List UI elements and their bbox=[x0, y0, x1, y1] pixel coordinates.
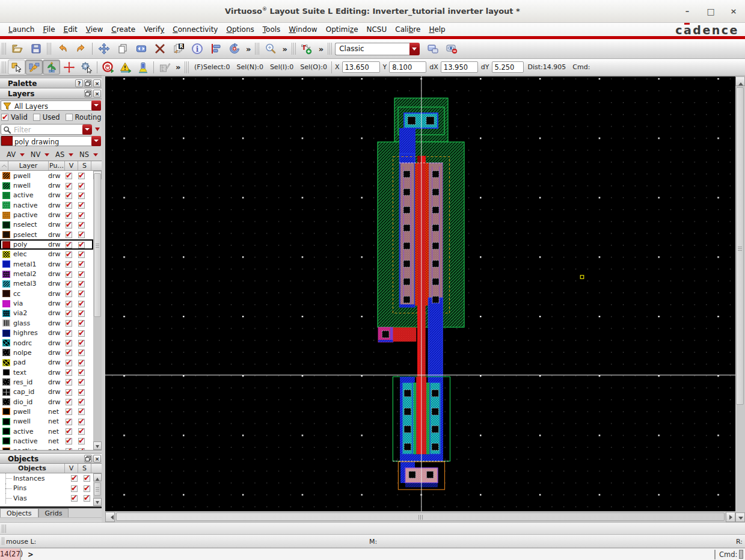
shape-drain-metal1-band[interactable] bbox=[428, 298, 443, 383]
layers-float-button[interactable] bbox=[84, 90, 92, 97]
contact-cut[interactable] bbox=[432, 260, 439, 267]
layer-row-cc-drw[interactable]: ccdrw bbox=[0, 289, 93, 298]
shape-nmos-m1-top-left[interactable] bbox=[400, 377, 415, 383]
layers-scroll-down[interactable] bbox=[93, 442, 102, 450]
info-button[interactable] bbox=[188, 41, 206, 57]
layer-selectable-checkbox[interactable] bbox=[78, 301, 85, 307]
layer-row-metal2-drw[interactable]: metal2drw bbox=[0, 269, 93, 278]
undo-button[interactable] bbox=[53, 41, 72, 57]
contact-cut[interactable] bbox=[403, 189, 410, 195]
layer-visible-checkbox[interactable] bbox=[66, 202, 72, 209]
layer-visible-checkbox[interactable] bbox=[66, 428, 72, 435]
rotate-button[interactable] bbox=[225, 41, 244, 57]
col-objects[interactable]: Objects bbox=[0, 464, 65, 473]
layer-selectable-checkbox[interactable] bbox=[78, 183, 85, 189]
canvas-hscroll-thumb[interactable] bbox=[116, 512, 725, 521]
redo-button[interactable] bbox=[72, 41, 90, 57]
window-maximize-button[interactable]: □ bbox=[704, 5, 717, 18]
layer-row-text-drw[interactable]: textdrw bbox=[0, 368, 93, 377]
layer-row-pwell-net[interactable]: pwellnet bbox=[0, 407, 93, 416]
filter-extra-dropdown[interactable] bbox=[95, 128, 100, 134]
quick-button-av[interactable]: AV bbox=[7, 150, 16, 159]
menu-window[interactable]: Window bbox=[284, 25, 321, 34]
layer-visible-checkbox[interactable] bbox=[66, 330, 72, 337]
layers-close-button[interactable]: × bbox=[93, 90, 101, 97]
objects-float-button[interactable] bbox=[84, 455, 92, 463]
layer-selectable-checkbox[interactable] bbox=[78, 349, 85, 356]
layer-row-elec-drw[interactable]: elecdrw bbox=[0, 250, 93, 259]
layer-row-nodrc-drw[interactable]: nodrcdrw bbox=[0, 338, 93, 348]
shape-nmos-gate-bright[interactable] bbox=[418, 377, 422, 454]
layer-selectable-checkbox[interactable] bbox=[78, 369, 85, 376]
object-row-instances[interactable]: Instances bbox=[0, 473, 102, 484]
copy-button[interactable] bbox=[113, 41, 132, 57]
objects-close-button[interactable]: × bbox=[93, 455, 101, 463]
open-button[interactable] bbox=[8, 41, 26, 57]
layer-selectable-checkbox[interactable] bbox=[78, 271, 85, 278]
layer-selectable-checkbox[interactable] bbox=[78, 173, 85, 179]
dialogs-button[interactable] bbox=[423, 41, 442, 57]
layer-row-nolpe-drw[interactable]: nolpedrw bbox=[0, 348, 93, 357]
layer-visible-checkbox[interactable] bbox=[66, 320, 72, 327]
layer-selectable-checkbox[interactable] bbox=[78, 320, 85, 327]
menu-help[interactable]: Help bbox=[425, 25, 449, 34]
col-v[interactable]: V bbox=[65, 161, 78, 170]
layout-canvas[interactable] bbox=[105, 76, 735, 511]
checkbox-routing[interactable] bbox=[66, 114, 73, 121]
canvas-vscrollbar[interactable] bbox=[735, 76, 745, 522]
hide-eye-button[interactable] bbox=[442, 41, 461, 57]
contact-cut[interactable] bbox=[432, 443, 439, 451]
move-button[interactable] bbox=[94, 41, 113, 57]
layer-visible-checkbox[interactable] bbox=[66, 232, 72, 238]
layer-selectable-checkbox[interactable] bbox=[78, 251, 85, 258]
layer-row-pactive-net[interactable]: pactivenet bbox=[0, 446, 93, 450]
canvas-vscroll-thumb[interactable] bbox=[736, 87, 744, 405]
shape-nmos-strip-left[interactable] bbox=[414, 383, 417, 454]
menu-verify[interactable]: Verify bbox=[139, 25, 168, 34]
coord-input-y[interactable] bbox=[389, 61, 426, 73]
layer-visible-checkbox[interactable] bbox=[66, 242, 72, 248]
layer-row-active-net[interactable]: activenet bbox=[0, 426, 93, 436]
layers-scroll-thumb[interactable] bbox=[94, 173, 101, 317]
object-visible-checkbox[interactable] bbox=[71, 485, 78, 492]
layer-visible-checkbox[interactable] bbox=[66, 349, 72, 356]
command-prompt[interactable]: > bbox=[28, 550, 34, 559]
select-mode-button[interactable] bbox=[8, 60, 25, 75]
contact-cut[interactable] bbox=[403, 278, 410, 285]
contact-cut[interactable] bbox=[404, 390, 411, 397]
checkbox-used[interactable] bbox=[33, 114, 40, 121]
layer-row-pactive-drw[interactable]: pactivedrw bbox=[0, 210, 93, 220]
zoom-in-button[interactable] bbox=[261, 41, 280, 57]
layer-selectable-checkbox[interactable] bbox=[78, 330, 85, 337]
layer-selectable-checkbox[interactable] bbox=[78, 242, 85, 248]
layer-visible-checkbox[interactable] bbox=[66, 419, 72, 425]
col-purpose[interactable]: Pu... bbox=[49, 161, 65, 170]
toolbar-overflow[interactable]: » bbox=[173, 63, 183, 72]
menu-launch[interactable]: Launch bbox=[4, 25, 38, 34]
contact-cut[interactable] bbox=[432, 242, 439, 249]
coord-input-dy[interactable] bbox=[492, 61, 524, 73]
menu-optimize[interactable]: Optimize bbox=[322, 25, 363, 34]
warning-button[interactable] bbox=[117, 60, 134, 75]
layer-selectable-checkbox[interactable] bbox=[78, 360, 85, 366]
window-minimize-button[interactable]: – bbox=[681, 5, 694, 18]
gear-pointer-button[interactable] bbox=[78, 60, 95, 75]
toolbar-overflow[interactable]: » bbox=[316, 45, 326, 54]
layer-selectable-checkbox[interactable] bbox=[78, 399, 85, 405]
layer-row-dio_id-drw[interactable]: dio_iddrw bbox=[0, 397, 93, 407]
object-visible-checkbox[interactable] bbox=[71, 495, 78, 502]
canvas-scroll-up[interactable] bbox=[735, 76, 745, 86]
layer-visible-checkbox[interactable] bbox=[66, 222, 72, 229]
layer-filter-input[interactable]: Filter bbox=[1, 124, 92, 135]
contact-cut[interactable] bbox=[403, 224, 410, 231]
layer-row-res_id-drw[interactable]: res_iddrw bbox=[0, 377, 93, 387]
coord-input-dx[interactable] bbox=[441, 61, 478, 73]
quick-dropdown-nv[interactable] bbox=[44, 153, 49, 159]
shape-nmos-m1-edge-right[interactable] bbox=[441, 383, 443, 454]
layer-selectable-checkbox[interactable] bbox=[78, 419, 85, 425]
path-mode-button[interactable] bbox=[25, 60, 43, 75]
shape-input-poly-bar[interactable] bbox=[393, 327, 417, 342]
objects-scroll-thumb[interactable] bbox=[94, 482, 101, 496]
layer-selectable-checkbox[interactable] bbox=[78, 222, 85, 229]
layer-visible-checkbox[interactable] bbox=[66, 291, 72, 297]
